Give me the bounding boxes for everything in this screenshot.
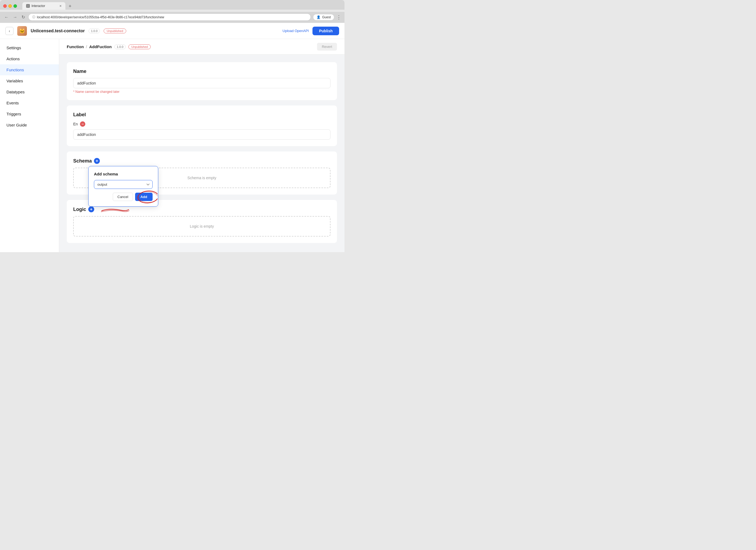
refresh-nav-button[interactable]: ↻ bbox=[20, 14, 26, 20]
sidebar-item-datatypes[interactable]: Datatypes bbox=[0, 86, 59, 97]
sidebar: Settings Actions Functions Variables Dat… bbox=[0, 39, 59, 252]
traffic-lights bbox=[3, 4, 17, 8]
tab-icon: i bbox=[26, 4, 30, 8]
app-header: ‹ 🐱 Unlicensed.test-connector 1.0.0 Unpu… bbox=[0, 23, 344, 39]
content-status-badge: Unpublished bbox=[128, 44, 151, 49]
lock-icon: ⓘ bbox=[32, 15, 35, 19]
sidebar-item-settings[interactable]: Settings bbox=[0, 42, 59, 53]
breadcrumb: Function / AddFuction bbox=[67, 44, 112, 49]
sidebar-item-user-guide[interactable]: User Guide bbox=[0, 119, 59, 131]
new-tab-button[interactable]: + bbox=[66, 3, 74, 10]
label-section-title: Label bbox=[73, 112, 330, 118]
schema-type-select[interactable]: outputinput bbox=[94, 180, 153, 189]
app-title: Unlicensed.test-connector bbox=[31, 29, 85, 33]
sidebar-item-events[interactable]: Events bbox=[0, 97, 59, 108]
sidebar-item-functions[interactable]: Functions bbox=[0, 64, 59, 75]
revert-button[interactable]: Revert bbox=[317, 43, 337, 51]
logic-empty-state: Logic is empty bbox=[73, 216, 330, 237]
sidebar-item-triggers[interactable]: Triggers bbox=[0, 108, 59, 119]
tab-close-button[interactable]: × bbox=[59, 4, 62, 8]
forward-nav-button[interactable]: → bbox=[12, 14, 18, 20]
minimize-button[interactable] bbox=[8, 4, 12, 8]
breadcrumb-separator: / bbox=[86, 44, 87, 49]
status-badge: Unpublished bbox=[104, 29, 126, 33]
content-header: Function / AddFuction 1.0.0 Unpublished … bbox=[59, 39, 344, 55]
tab-label: Interactor bbox=[31, 4, 45, 8]
upload-openapi-link[interactable]: Upload OpenAPI bbox=[283, 29, 309, 33]
publish-button[interactable]: Publish bbox=[312, 27, 339, 35]
popup-add-button[interactable]: Add bbox=[135, 193, 153, 201]
profile-label: Guest bbox=[322, 15, 331, 19]
logic-section-title: Logic bbox=[73, 207, 86, 212]
schema-section: Schema + Schema is empty Add schema outp… bbox=[67, 151, 337, 195]
address-bar[interactable]: ⓘ localhost:4000/developer/service/51055… bbox=[28, 13, 311, 21]
add-schema-popup: Add schema outputinput Cancel Add bbox=[88, 166, 158, 207]
maximize-button[interactable] bbox=[13, 4, 17, 8]
profile-button[interactable]: 👤 Guest bbox=[313, 14, 334, 20]
popup-title: Add schema bbox=[94, 172, 153, 176]
content-version-badge: 1.0.0 bbox=[114, 44, 126, 49]
name-section-title: Name bbox=[73, 69, 330, 74]
url-text: localhost:4000/developer/service/51055cb… bbox=[37, 15, 164, 19]
sidebar-item-variables[interactable]: Variables bbox=[0, 75, 59, 86]
version-badge: 1.0.0 bbox=[89, 29, 100, 33]
breadcrumb-child: AddFuction bbox=[89, 44, 112, 49]
remove-lang-button[interactable]: − bbox=[80, 121, 85, 127]
lang-label: En bbox=[73, 122, 78, 126]
add-schema-button[interactable]: + bbox=[94, 158, 100, 164]
profile-icon: 👤 bbox=[317, 15, 321, 19]
name-hint: * Name cannot be changed later bbox=[73, 90, 330, 94]
close-button[interactable] bbox=[3, 4, 7, 8]
schema-section-title: Schema bbox=[73, 158, 92, 164]
popup-cancel-button[interactable]: Cancel bbox=[113, 193, 133, 201]
back-button[interactable]: ‹ bbox=[5, 27, 13, 35]
browser-menu-button[interactable]: ⋮ bbox=[336, 14, 341, 20]
name-section: Name * Name cannot be changed later bbox=[67, 62, 337, 100]
name-input[interactable] bbox=[73, 78, 330, 88]
sidebar-item-actions[interactable]: Actions bbox=[0, 53, 59, 64]
label-input[interactable] bbox=[73, 129, 330, 140]
avatar: 🐱 bbox=[17, 26, 27, 36]
add-logic-button[interactable]: + bbox=[88, 206, 94, 212]
content-area: Function / AddFuction 1.0.0 Unpublished … bbox=[59, 39, 344, 252]
back-nav-button[interactable]: ← bbox=[3, 14, 10, 20]
breadcrumb-parent: Function bbox=[67, 44, 84, 49]
browser-tab[interactable]: i Interactor × bbox=[22, 2, 65, 10]
form-content: Name * Name cannot be changed later Labe… bbox=[59, 55, 344, 252]
label-section: Label En − bbox=[67, 105, 337, 146]
